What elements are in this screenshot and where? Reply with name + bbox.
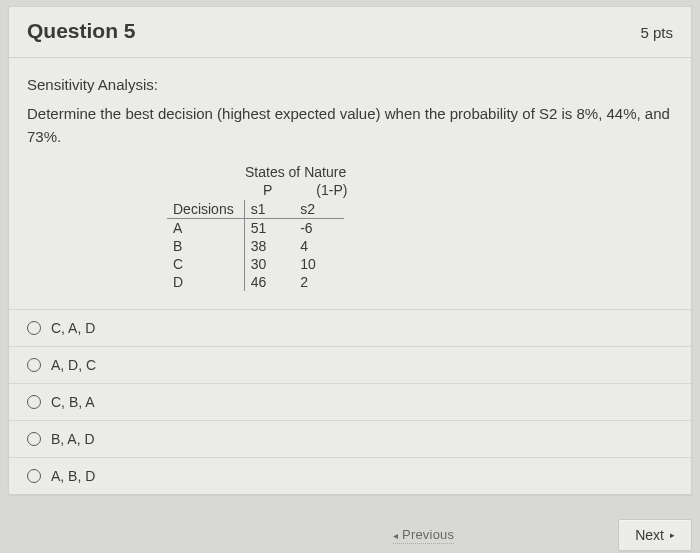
- dec-cell: B: [167, 237, 244, 255]
- dec-cell: A: [167, 219, 244, 238]
- s2-cell: 4: [294, 237, 344, 255]
- radio-icon: [27, 432, 41, 446]
- option-label: A, D, C: [51, 357, 96, 373]
- answer-options: C, A, D A, D, C C, B, A B, A, D A, B, D: [9, 309, 691, 494]
- chevron-left-icon: ◂: [393, 530, 398, 541]
- s1-cell: 38: [244, 237, 294, 255]
- s2-header: s2: [294, 200, 344, 219]
- option-2[interactable]: C, B, A: [9, 383, 691, 420]
- option-3[interactable]: B, A, D: [9, 420, 691, 457]
- option-label: C, B, A: [51, 394, 95, 410]
- option-0[interactable]: C, A, D: [9, 309, 691, 346]
- radio-icon: [27, 469, 41, 483]
- prob-labels: P (1-P): [263, 182, 673, 198]
- table-header-row: Decisions s1 s2: [167, 200, 344, 219]
- question-body: Sensitivity Analysis: Determine the best…: [9, 58, 691, 494]
- dec-cell: D: [167, 273, 244, 291]
- radio-icon: [27, 358, 41, 372]
- s1-cell: 30: [244, 255, 294, 273]
- option-label: C, A, D: [51, 320, 95, 336]
- question-title: Question 5: [27, 19, 136, 43]
- next-label: Next: [635, 527, 664, 543]
- p-label: P: [263, 182, 272, 198]
- decisions-header: Decisions: [167, 200, 244, 219]
- table-row: B 38 4: [167, 237, 344, 255]
- prompt-title: Sensitivity Analysis:: [27, 76, 673, 93]
- radio-icon: [27, 395, 41, 409]
- option-1[interactable]: A, D, C: [9, 346, 691, 383]
- previous-label: Previous: [402, 527, 454, 542]
- data-table: Decisions s1 s2 A 51 -6 B 38 4 C 30: [167, 200, 344, 291]
- question-points: 5 pts: [640, 24, 673, 41]
- radio-icon: [27, 321, 41, 335]
- option-label: A, B, D: [51, 468, 95, 484]
- s2-cell: 2: [294, 273, 344, 291]
- table-row: C 30 10: [167, 255, 344, 273]
- one-minus-p-label: (1-P): [316, 182, 347, 198]
- s2-cell: 10: [294, 255, 344, 273]
- s1-header: s1: [244, 200, 294, 219]
- prompt-text: Determine the best decision (highest exp…: [27, 103, 673, 148]
- question-card: Question 5 5 pts Sensitivity Analysis: D…: [8, 6, 692, 495]
- dec-cell: C: [167, 255, 244, 273]
- next-button[interactable]: Next ▸: [618, 519, 692, 551]
- states-of-nature-label: States of Nature: [245, 164, 673, 180]
- chevron-right-icon: ▸: [670, 530, 675, 540]
- option-label: B, A, D: [51, 431, 95, 447]
- question-header: Question 5 5 pts: [9, 7, 691, 58]
- previous-link[interactable]: ◂Previous: [393, 527, 454, 544]
- s2-cell: -6: [294, 219, 344, 238]
- s1-cell: 46: [244, 273, 294, 291]
- table-row: A 51 -6: [167, 219, 344, 238]
- table-row: D 46 2: [167, 273, 344, 291]
- nav-footer: ◂Previous Next ▸: [8, 519, 692, 553]
- payoff-table: States of Nature P (1-P) Decisions s1 s2…: [167, 164, 673, 291]
- option-4[interactable]: A, B, D: [9, 457, 691, 494]
- s1-cell: 51: [244, 219, 294, 238]
